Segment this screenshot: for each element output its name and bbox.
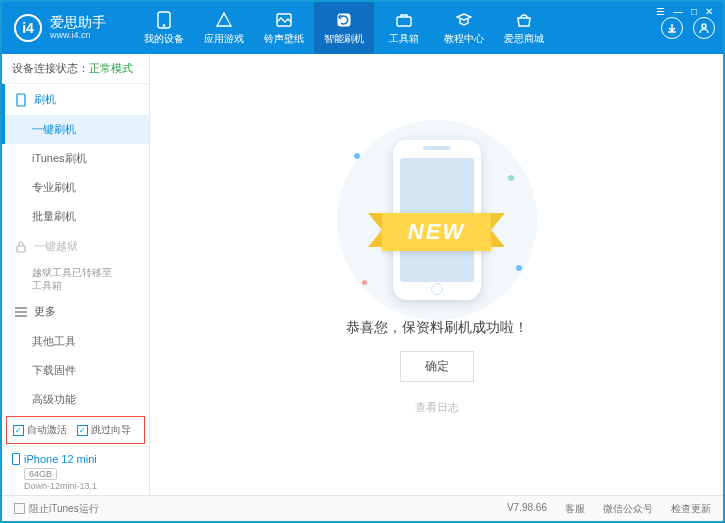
nav-ringtones[interactable]: 铃声壁纸 xyxy=(254,2,314,54)
list-icon xyxy=(14,305,28,319)
checkbox-label: 自动激活 xyxy=(27,423,67,437)
titlebar: i4 爱思助手 www.i4.cn 我的设备 应用游戏 铃声壁纸 智能刷机 xyxy=(2,2,723,54)
conn-label: 设备连接状态： xyxy=(12,62,89,74)
nav-label: 教程中心 xyxy=(444,32,484,46)
sidebar-item-oneclick-flash[interactable]: 一键刷机 xyxy=(2,115,149,144)
svg-rect-7 xyxy=(17,246,25,252)
flash-icon xyxy=(335,11,353,29)
nav-apps-games[interactable]: 应用游戏 xyxy=(194,2,254,54)
minimize-icon[interactable]: — xyxy=(673,6,683,17)
section-label: 一键越狱 xyxy=(34,239,78,254)
sidebar-item-download-fw[interactable]: 下载固件 xyxy=(2,356,149,385)
device-sub: Down-12mini-13,1 xyxy=(12,481,139,491)
checkbox-skip-wizard[interactable]: ✓ 跳过向导 xyxy=(77,423,131,437)
close-icon[interactable]: ✕ xyxy=(705,6,713,17)
lock-icon xyxy=(14,240,28,254)
checkbox-icon xyxy=(14,503,25,514)
app-name: 爱思助手 xyxy=(50,15,106,30)
nav-label: 智能刷机 xyxy=(324,32,364,46)
device-icon xyxy=(155,11,173,29)
main-content: NEW 恭喜您，保资料刷机成功啦！ 确定 查看日志 xyxy=(150,54,723,495)
toolbox-icon xyxy=(395,11,413,29)
ok-button[interactable]: 确定 xyxy=(400,351,474,382)
app-url: www.i4.cn xyxy=(50,31,106,41)
nav-label: 应用游戏 xyxy=(204,32,244,46)
checkbox-row: ✓ 自动激活 ✓ 跳过向导 xyxy=(6,416,145,444)
download-button[interactable] xyxy=(661,17,683,39)
top-nav: 我的设备 应用游戏 铃声壁纸 智能刷机 工具箱 教程中心 xyxy=(134,2,661,54)
checkbox-block-itunes[interactable]: 阻止iTunes运行 xyxy=(14,502,99,516)
conn-status-value: 正常模式 xyxy=(89,62,133,74)
window-controls-top: ☰ — □ ✕ xyxy=(656,6,713,17)
device-capacity: 64GB xyxy=(24,468,57,480)
tutorial-icon xyxy=(455,11,473,29)
device-panel[interactable]: iPhone 12 mini 64GB Down-12mini-13,1 xyxy=(2,446,149,495)
apps-icon xyxy=(215,11,233,29)
customer-service-link[interactable]: 客服 xyxy=(565,502,585,516)
view-log-link[interactable]: 查看日志 xyxy=(415,400,459,415)
svg-rect-6 xyxy=(17,94,25,106)
version-label: V7.98.66 xyxy=(507,502,547,516)
app-window: ☰ — □ ✕ i4 爱思助手 www.i4.cn 我的设备 应用游戏 铃声壁纸 xyxy=(0,0,725,523)
jailbreak-note: 越狱工具已转移至 工具箱 xyxy=(2,262,149,296)
device-name-row: iPhone 12 mini xyxy=(12,453,139,465)
logo-icon: i4 xyxy=(14,14,42,42)
nav-store[interactable]: 爱思商城 xyxy=(494,2,554,54)
checkbox-icon: ✓ xyxy=(77,425,88,436)
nav-my-device[interactable]: 我的设备 xyxy=(134,2,194,54)
check-update-link[interactable]: 检查更新 xyxy=(671,502,711,516)
user-button[interactable] xyxy=(693,17,715,39)
maximize-icon[interactable]: □ xyxy=(691,6,697,17)
section-jailbreak: 一键越狱 xyxy=(2,231,149,262)
nav-label: 爱思商城 xyxy=(504,32,544,46)
sidebar-item-advanced[interactable]: 高级功能 xyxy=(2,385,149,414)
sidebar-item-batch-flash[interactable]: 批量刷机 xyxy=(2,202,149,231)
sidebar: 设备连接状态：正常模式 刷机 一键刷机 iTunes刷机 专业刷机 批量刷机 一… xyxy=(2,54,150,495)
section-label: 更多 xyxy=(34,304,56,319)
checkbox-icon: ✓ xyxy=(13,425,24,436)
sidebar-item-other-tools[interactable]: 其他工具 xyxy=(2,327,149,356)
phone-icon xyxy=(14,93,28,107)
nav-tutorial[interactable]: 教程中心 xyxy=(434,2,494,54)
sidebar-item-itunes-flash[interactable]: iTunes刷机 xyxy=(2,144,149,173)
wechat-link[interactable]: 微信公众号 xyxy=(603,502,653,516)
success-message: 恭喜您，保资料刷机成功啦！ xyxy=(346,319,528,337)
device-icon xyxy=(12,453,20,465)
app-logo: i4 爱思助手 www.i4.cn xyxy=(14,14,134,42)
body: 设备连接状态：正常模式 刷机 一键刷机 iTunes刷机 专业刷机 批量刷机 一… xyxy=(2,54,723,495)
menu-icon[interactable]: ☰ xyxy=(656,6,665,17)
svg-point-5 xyxy=(702,24,706,28)
section-label: 刷机 xyxy=(34,92,56,107)
checkbox-label: 跳过向导 xyxy=(91,423,131,437)
hero-illustration: NEW xyxy=(302,135,572,305)
new-ribbon: NEW xyxy=(382,213,491,251)
connection-status: 设备连接状态：正常模式 xyxy=(2,54,149,84)
nav-label: 工具箱 xyxy=(389,32,419,46)
nav-label: 我的设备 xyxy=(144,32,184,46)
header-right-buttons xyxy=(661,17,715,39)
store-icon xyxy=(515,11,533,29)
nav-toolbox[interactable]: 工具箱 xyxy=(374,2,434,54)
nav-flash[interactable]: 智能刷机 xyxy=(314,2,374,54)
section-flash[interactable]: 刷机 xyxy=(2,84,149,115)
section-more[interactable]: 更多 xyxy=(2,296,149,327)
svg-rect-4 xyxy=(397,17,411,26)
nav-label: 铃声壁纸 xyxy=(264,32,304,46)
device-name: iPhone 12 mini xyxy=(24,453,97,465)
sidebar-item-pro-flash[interactable]: 专业刷机 xyxy=(2,173,149,202)
checkbox-label: 阻止iTunes运行 xyxy=(29,502,99,516)
checkbox-auto-activate[interactable]: ✓ 自动激活 xyxy=(13,423,67,437)
svg-point-1 xyxy=(163,24,165,26)
wallpaper-icon xyxy=(275,11,293,29)
footer: 阻止iTunes运行 V7.98.66 客服 微信公众号 检查更新 xyxy=(2,495,723,521)
